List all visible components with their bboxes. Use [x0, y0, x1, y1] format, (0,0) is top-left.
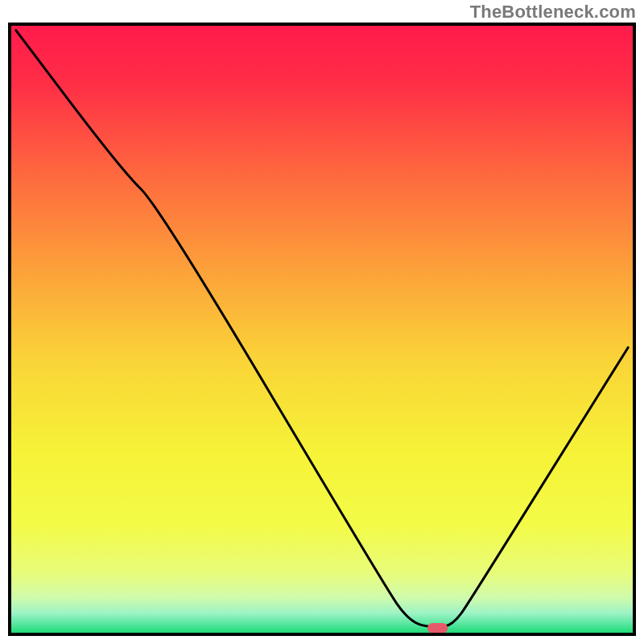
optimal-marker	[427, 623, 448, 634]
bottleneck-chart	[0, 0, 644, 644]
watermark-text: TheBottleneck.com	[470, 2, 636, 23]
plot-background	[10, 24, 634, 634]
